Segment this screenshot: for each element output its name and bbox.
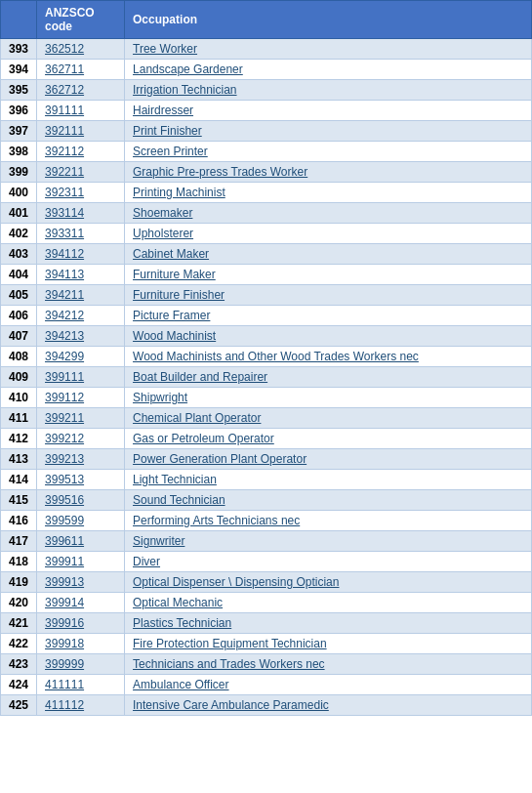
- anzsco-code[interactable]: 399599: [37, 511, 125, 531]
- anzsco-code[interactable]: 399513: [37, 470, 125, 490]
- occupation-name[interactable]: Landscape Gardener: [125, 60, 532, 80]
- table-row: 393362512Tree Worker: [1, 39, 532, 60]
- anzsco-code[interactable]: 362711: [37, 60, 125, 80]
- table-row: 396391111Hairdresser: [1, 101, 532, 121]
- occupation-name[interactable]: Hairdresser: [125, 101, 532, 121]
- occupation-name[interactable]: Shipwright: [125, 388, 532, 408]
- occupation-table: ANZSCO code Occupation 393362512Tree Wor…: [0, 0, 532, 716]
- row-number: 423: [1, 654, 37, 675]
- table-row: 419399913Optical Dispenser \ Dispensing …: [1, 572, 532, 593]
- table-row: 395362712Irrigation Technician: [1, 80, 532, 101]
- table-row: 411399211Chemical Plant Operator: [1, 408, 532, 429]
- row-number: 400: [1, 183, 37, 203]
- anzsco-code[interactable]: 392311: [37, 183, 125, 203]
- occupation-name[interactable]: Power Generation Plant Operator: [125, 449, 532, 470]
- occupation-name[interactable]: Plastics Technician: [125, 613, 532, 634]
- table-header: ANZSCO code Occupation: [1, 1, 532, 39]
- table-row: 415399516Sound Technician: [1, 490, 532, 511]
- occupation-name[interactable]: Optical Dispenser \ Dispensing Optician: [125, 572, 532, 593]
- table-row: 413399213Power Generation Plant Operator: [1, 449, 532, 470]
- anzsco-code[interactable]: 399916: [37, 613, 125, 634]
- anzsco-code[interactable]: 399913: [37, 572, 125, 593]
- anzsco-code[interactable]: 394212: [37, 306, 125, 326]
- occupation-name[interactable]: Picture Framer: [125, 306, 532, 326]
- anzsco-code[interactable]: 393311: [37, 224, 125, 244]
- occupation-name[interactable]: Technicians and Trades Workers nec: [125, 654, 532, 675]
- occupation-name[interactable]: Cabinet Maker: [125, 244, 532, 265]
- anzsco-code[interactable]: 399611: [37, 531, 125, 552]
- occupation-name[interactable]: Diver: [125, 552, 532, 572]
- table-row: 402393311Upholsterer: [1, 224, 532, 244]
- row-number: 401: [1, 203, 37, 224]
- row-number: 422: [1, 634, 37, 654]
- occupation-name[interactable]: Wood Machinist: [125, 326, 532, 347]
- anzsco-code[interactable]: 394299: [37, 347, 125, 367]
- anzsco-code[interactable]: 392112: [37, 142, 125, 162]
- occupation-name[interactable]: Intensive Care Ambulance Paramedic: [125, 695, 532, 716]
- occupation-name[interactable]: Upholsterer: [125, 224, 532, 244]
- anzsco-code[interactable]: 392111: [37, 121, 125, 142]
- occupation-name[interactable]: Performing Arts Technicians nec: [125, 511, 532, 531]
- anzsco-code[interactable]: 391111: [37, 101, 125, 121]
- anzsco-code[interactable]: 411111: [37, 675, 125, 695]
- table-row: 404394113Furniture Maker: [1, 265, 532, 285]
- occupation-name[interactable]: Fire Protection Equipment Technician: [125, 634, 532, 654]
- table-row: 414399513Light Technician: [1, 470, 532, 490]
- anzsco-code[interactable]: 399911: [37, 552, 125, 572]
- row-number: 425: [1, 695, 37, 716]
- anzsco-code[interactable]: 399111: [37, 367, 125, 388]
- row-number: 402: [1, 224, 37, 244]
- anzsco-code[interactable]: 399914: [37, 593, 125, 613]
- anzsco-code[interactable]: 392211: [37, 162, 125, 183]
- occupation-name[interactable]: Printing Machinist: [125, 183, 532, 203]
- anzsco-code[interactable]: 362512: [37, 39, 125, 60]
- table-row: 407394213Wood Machinist: [1, 326, 532, 347]
- occupation-name[interactable]: Screen Printer: [125, 142, 532, 162]
- occupation-name[interactable]: Furniture Finisher: [125, 285, 532, 306]
- anzsco-code[interactable]: 394112: [37, 244, 125, 265]
- anzsco-code[interactable]: 399211: [37, 408, 125, 429]
- occupation-name[interactable]: Chemical Plant Operator: [125, 408, 532, 429]
- anzsco-code[interactable]: 399516: [37, 490, 125, 511]
- occupation-name[interactable]: Sound Technician: [125, 490, 532, 511]
- table-row: 420399914Optical Mechanic: [1, 593, 532, 613]
- occupation-name[interactable]: Print Finisher: [125, 121, 532, 142]
- occupation-name[interactable]: Gas or Petroleum Operator: [125, 429, 532, 449]
- occupation-name[interactable]: Boat Builder and Repairer: [125, 367, 532, 388]
- table-row: 398392112Screen Printer: [1, 142, 532, 162]
- row-number: 403: [1, 244, 37, 265]
- anzsco-code[interactable]: 399212: [37, 429, 125, 449]
- anzsco-code[interactable]: 399918: [37, 634, 125, 654]
- row-number: 415: [1, 490, 37, 511]
- occupation-name[interactable]: Shoemaker: [125, 203, 532, 224]
- occupation-name[interactable]: Ambulance Officer: [125, 675, 532, 695]
- occupation-name[interactable]: Furniture Maker: [125, 265, 532, 285]
- anzsco-code[interactable]: 362712: [37, 80, 125, 101]
- header-anzsco: ANZSCO code: [37, 1, 125, 39]
- occupation-name[interactable]: Signwriter: [125, 531, 532, 552]
- anzsco-code[interactable]: 393114: [37, 203, 125, 224]
- row-number: 397: [1, 121, 37, 142]
- occupation-name[interactable]: Optical Mechanic: [125, 593, 532, 613]
- table-row: 409399111Boat Builder and Repairer: [1, 367, 532, 388]
- row-number: 417: [1, 531, 37, 552]
- occupation-name[interactable]: Wood Machinists and Other Wood Trades Wo…: [125, 347, 532, 367]
- anzsco-code[interactable]: 399999: [37, 654, 125, 675]
- anzsco-code[interactable]: 399112: [37, 388, 125, 408]
- row-number: 407: [1, 326, 37, 347]
- row-number: 404: [1, 265, 37, 285]
- row-number: 409: [1, 367, 37, 388]
- occupation-name[interactable]: Irrigation Technician: [125, 80, 532, 101]
- anzsco-code[interactable]: 411112: [37, 695, 125, 716]
- row-number: 405: [1, 285, 37, 306]
- occupation-name[interactable]: Graphic Pre-press Trades Worker: [125, 162, 532, 183]
- occupation-name[interactable]: Light Technician: [125, 470, 532, 490]
- anzsco-code[interactable]: 399213: [37, 449, 125, 470]
- occupation-name[interactable]: Tree Worker: [125, 39, 532, 60]
- anzsco-code[interactable]: 394211: [37, 285, 125, 306]
- row-number: 416: [1, 511, 37, 531]
- anzsco-code[interactable]: 394113: [37, 265, 125, 285]
- row-number: 395: [1, 80, 37, 101]
- anzsco-code[interactable]: 394213: [37, 326, 125, 347]
- row-number: 420: [1, 593, 37, 613]
